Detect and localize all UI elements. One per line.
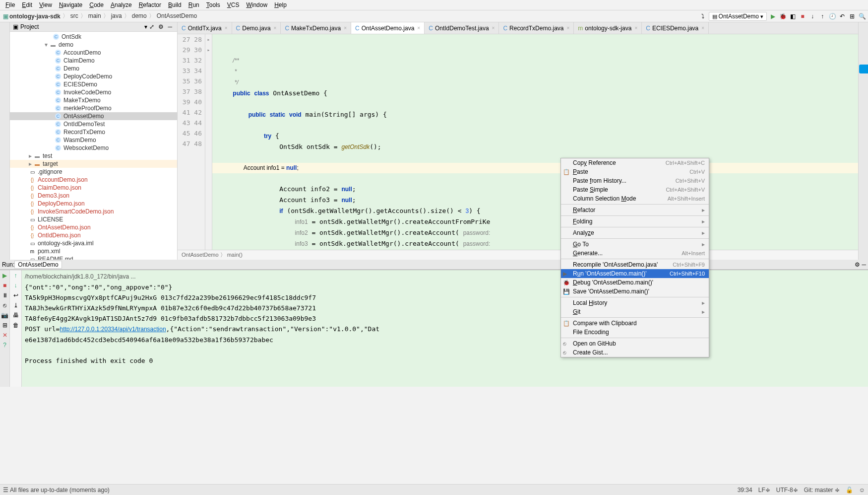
tree-item-ontology-sdk-java.iml[interactable]: ▭ontology-sdk-java.iml (10, 239, 177, 247)
tree-item-DeployCodeDemo[interactable]: DeployCodeDemo (10, 72, 177, 80)
breadcrumb-main[interactable]: main (87, 12, 102, 19)
close-tab-icon[interactable]: × (492, 25, 495, 31)
menu-vcs[interactable]: VCS (224, 0, 243, 9)
menu-view[interactable]: View (36, 0, 56, 9)
run-tab[interactable]: OntAssetDemo (14, 261, 62, 269)
run-gear-icon[interactable]: ⚙ ─ (855, 261, 866, 268)
close-icon[interactable]: ✕ (2, 332, 7, 339)
menu-refactor[interactable]: Refactor (135, 0, 165, 9)
tree-item-ClaimDemo[interactable]: ClaimDemo (10, 57, 177, 65)
context-menu-create-gist-[interactable]: ⎋Create Gist... (561, 348, 709, 357)
tree-item-AccountDemo[interactable]: AccountDemo (10, 49, 177, 57)
breadcrumb-OntAssetDemo[interactable]: OntAssetDemo (156, 12, 198, 19)
close-tab-icon[interactable]: × (274, 25, 277, 31)
tree-item-merkleProofDemo[interactable]: merkleProofDemo (10, 104, 177, 112)
status-encoding[interactable]: UTF-8≑ (776, 487, 798, 494)
tree-item-.gitignore[interactable]: ▭.gitignore (10, 168, 177, 176)
exit-icon[interactable]: ⎋ (3, 302, 6, 309)
rerun-icon[interactable]: ▶ (2, 272, 7, 279)
structure-icon[interactable]: ⊞ (848, 12, 856, 20)
pause-icon[interactable]: ⏸ (2, 292, 8, 299)
debug-button-icon[interactable]: 🐞 (779, 12, 787, 20)
soft-wrap-icon[interactable]: ↩ (13, 292, 18, 299)
context-menu-paste-from-history-[interactable]: Paste from History...Ctrl+Shift+V (561, 176, 709, 185)
tree-item-MakeTxDemo[interactable]: MakeTxDemo (10, 96, 177, 104)
clear-icon[interactable]: 🗑 (13, 322, 19, 329)
breadcrumb-java[interactable]: java (110, 12, 123, 19)
editor-tab-ECIESDemo.java[interactable]: CECIESDemo.java× (642, 22, 709, 34)
run-button-icon[interactable]: ▶ (769, 12, 777, 20)
context-menu-compare-with-clipboard[interactable]: 📋Compare with Clipboard (561, 319, 709, 328)
menu-help[interactable]: Help (271, 0, 290, 9)
tree-item-RecordTxDemo[interactable]: RecordTxDemo (10, 128, 177, 136)
run-config-selector[interactable]: ▤ OntAssetDemo ▾ (709, 12, 767, 21)
vcs-revert-icon[interactable]: ↶ (838, 12, 846, 20)
menu-navigate[interactable]: Navigate (56, 0, 86, 9)
tree-item-DeployDemo.json[interactable]: {}DeployDemo.json (10, 200, 177, 208)
context-menu-run-ontassetdemo-main-[interactable]: ▶Run 'OntAssetDemo.main()'Ctrl+Shift+F10 (561, 269, 709, 278)
tree-item-OntIdDemoTest[interactable]: OntIdDemoTest (10, 120, 177, 128)
context-menu-git[interactable]: Git▸ (561, 307, 709, 316)
stop-icon[interactable]: ■ (3, 282, 6, 289)
project-tree[interactable]: OntSdk▾▬demoAccountDemoClaimDemoDemoDepl… (10, 32, 177, 260)
editor-breadcrumb[interactable]: OntAssetDemo 〉 main() (178, 250, 868, 260)
tree-item-pom.xml[interactable]: mpom.xml (10, 247, 177, 255)
tree-item-Demo[interactable]: Demo (10, 65, 177, 72)
close-tab-icon[interactable]: × (225, 25, 228, 31)
tree-item-LICENSE[interactable]: ▭LICENSE (10, 215, 177, 223)
editor-tab-RecordTxDemo.java[interactable]: CRecordTxDemo.java× (499, 22, 574, 34)
tree-item-OntAssetDemo[interactable]: OntAssetDemo (10, 112, 177, 120)
menu-window[interactable]: Window (243, 0, 271, 9)
close-tab-icon[interactable]: × (701, 25, 704, 31)
editor-tab-OntIdTx.java[interactable]: COntIdTx.java× (178, 22, 232, 34)
close-tab-icon[interactable]: × (634, 25, 637, 31)
context-menu-paste-simple[interactable]: Paste SimpleCtrl+Alt+Shift+V (561, 185, 709, 194)
context-menu-debug-ontassetdemo-main-[interactable]: 🐞Debug 'OntAssetDemo.main()' (561, 278, 709, 287)
tree-item-OntSdk[interactable]: OntSdk (10, 33, 177, 41)
tree-item-WebsocketDemo[interactable]: WebsocketDemo (10, 144, 177, 152)
right-tool-stripe[interactable] (858, 22, 868, 260)
menu-edit[interactable]: Edit (18, 0, 36, 9)
vcs-history-icon[interactable]: 🕘 (828, 12, 836, 20)
gear-icon[interactable]: ⚙ (156, 23, 166, 30)
vcs-update-icon[interactable]: ↓ (808, 12, 816, 20)
context-menu-paste[interactable]: 📋PasteCtrl+V (561, 167, 709, 176)
context-menu-column-selection-mode[interactable]: Column Selection ModeAlt+Shift+Insert (561, 194, 709, 203)
menu-build[interactable]: Build (165, 0, 185, 9)
close-tab-icon[interactable]: × (344, 25, 347, 31)
print-icon[interactable]: 🖶 (13, 312, 19, 319)
status-caret-pos[interactable]: 39:34 (738, 487, 752, 494)
breadcrumb-src[interactable]: src (69, 12, 79, 19)
status-git-branch[interactable]: Git: master ≑ (804, 487, 840, 494)
context-menu-file-encoding[interactable]: File Encoding (561, 328, 709, 337)
help-icon[interactable]: ? (3, 342, 6, 349)
tree-item-WasmDemo[interactable]: WasmDemo (10, 136, 177, 144)
tree-item-InvokeSmartCodeDemo.json[interactable]: {}InvokeSmartCodeDemo.json (10, 208, 177, 215)
context-menu-refactor[interactable]: Refactor▸ (561, 206, 709, 214)
tree-item-InvokeCodeDemo[interactable]: InvokeCodeDemo (10, 88, 177, 96)
layout-icon[interactable]: ⊞ (2, 322, 7, 329)
tree-item-ECIESDemo[interactable]: ECIESDemo (10, 80, 177, 88)
close-tab-icon[interactable]: × (566, 25, 569, 31)
status-hector-icon[interactable]: ☺ (859, 487, 865, 494)
menu-analyze[interactable]: Analyze (107, 0, 135, 9)
menu-code[interactable]: Code (86, 0, 107, 9)
close-tab-icon[interactable]: × (417, 25, 420, 31)
vcs-commit-icon[interactable]: ↑ (818, 12, 826, 20)
editor-tab-ontology-sdk-java[interactable]: montology-sdk-java× (574, 22, 642, 34)
context-menu-copy-reference[interactable]: Copy ReferenceCtrl+Alt+Shift+C (561, 158, 709, 167)
editor-tab-Demo.java[interactable]: CDemo.java× (232, 22, 281, 34)
left-tool-stripe[interactable] (0, 22, 10, 260)
tree-item-target[interactable]: ▸▬target (10, 160, 177, 168)
coverage-icon[interactable]: ◧ (789, 12, 797, 20)
breadcrumb-demo[interactable]: demo (131, 12, 148, 19)
editor-tab-MakeTxDemo.java[interactable]: CMakeTxDemo.java× (281, 22, 351, 34)
down-icon[interactable]: ↓ (14, 282, 17, 289)
context-menu-open-on-github[interactable]: ⎋Open on GitHub (561, 339, 709, 348)
tree-item-OntIdDemo.json[interactable]: {}OntIdDemo.json (10, 231, 177, 239)
status-line-sep[interactable]: LF≑ (758, 487, 770, 494)
dump-icon[interactable]: 📷 (1, 312, 8, 319)
tree-item-demo[interactable]: ▾▬demo (10, 41, 177, 49)
menu-file[interactable]: File (2, 0, 18, 9)
editor-tab-OntIdDemoTest.java[interactable]: COntIdDemoTest.java× (425, 22, 499, 34)
